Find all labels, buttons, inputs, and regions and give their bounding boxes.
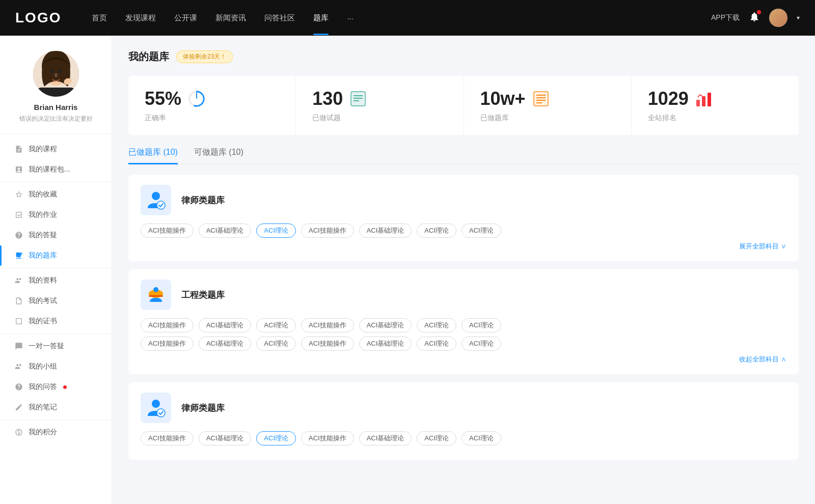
eng-tag-r2-1[interactable]: ACI基础理论 bbox=[199, 337, 252, 351]
expand-btn-lawyer-1[interactable]: 展开全部科目 ∨ bbox=[141, 242, 786, 251]
sidebar: Brian Harris 错误的决定比没有决定要好 我的课程 我的课程包... bbox=[0, 36, 112, 504]
tag-2[interactable]: ACI理论 bbox=[256, 223, 296, 238]
tag-0[interactable]: ACI技能操作 bbox=[141, 223, 194, 238]
points-icon bbox=[14, 428, 23, 437]
eng-tag-r1-0[interactable]: ACI技能操作 bbox=[141, 318, 194, 332]
profile-icon bbox=[14, 276, 23, 285]
my-qa-icon bbox=[14, 231, 23, 240]
nav-more[interactable]: ··· bbox=[347, 14, 354, 22]
bank-title-engineer: 工程类题库 bbox=[181, 289, 225, 301]
eng-tag-r2-0[interactable]: ACI技能操作 bbox=[141, 337, 194, 351]
sidebar-label-favorites: 我的收藏 bbox=[29, 190, 57, 199]
sidebar-label-qbank: 我的题库 bbox=[29, 251, 57, 260]
svg-point-30 bbox=[152, 400, 160, 408]
sidebar-item-qbank[interactable]: 我的题库 bbox=[0, 245, 112, 266]
collapse-btn-engineer[interactable]: 收起全部科目 ∧ bbox=[141, 355, 786, 364]
tab-available[interactable]: 可做题库 (10) bbox=[194, 147, 243, 164]
sidebar-item-group[interactable]: 我的小组 bbox=[0, 356, 112, 377]
sidebar-item-profile[interactable]: 我的资料 bbox=[0, 270, 112, 291]
bank-header-lawyer-2: 律师类题库 bbox=[141, 393, 786, 423]
eng-tag-r1-3[interactable]: ACI技能操作 bbox=[301, 318, 354, 332]
stat-rank-label: 全站排名 bbox=[648, 114, 782, 123]
qbank-icon bbox=[14, 251, 23, 260]
sidebar-item-points[interactable]: 我的积分 bbox=[0, 422, 112, 442]
app-download-link[interactable]: APP下载 bbox=[711, 13, 740, 22]
law2-tag-3[interactable]: ACI技能操作 bbox=[301, 431, 354, 445]
eng-tag-r2-6[interactable]: ACI理论 bbox=[461, 337, 501, 351]
stat-banks-value: 10w+ bbox=[480, 88, 526, 109]
sidebar-item-questions[interactable]: 我的问答 bbox=[0, 377, 112, 397]
nav-discover[interactable]: 发现课程 bbox=[125, 13, 156, 23]
trial-badge: 体验剩余23天！ bbox=[176, 50, 233, 63]
bank-section-lawyer-2: 律师类题库 ACI技能操作 ACI基础理论 ACI理论 ACI技能操作 ACI基… bbox=[128, 382, 799, 460]
nav-qa[interactable]: 问答社区 bbox=[264, 13, 295, 23]
sidebar-label-profile: 我的资料 bbox=[29, 276, 57, 285]
svg-point-25 bbox=[157, 201, 165, 209]
sidebar-item-course-packs[interactable]: 我的课程包... bbox=[0, 159, 112, 180]
eng-tag-r1-2[interactable]: ACI理论 bbox=[256, 318, 296, 332]
nav-open-course[interactable]: 公开课 bbox=[174, 13, 197, 23]
law2-tag-5[interactable]: ACI理论 bbox=[417, 431, 456, 445]
sidebar-label-certs: 我的证书 bbox=[29, 317, 57, 326]
tags-row-lawyer-2: ACI技能操作 ACI基础理论 ACI理论 ACI技能操作 ACI基础理论 AC… bbox=[141, 431, 786, 445]
logo[interactable]: LOGO bbox=[15, 10, 61, 26]
nav-news[interactable]: 新闻资讯 bbox=[215, 13, 246, 23]
tag-5[interactable]: ACI理论 bbox=[417, 223, 456, 238]
law2-tag-1[interactable]: ACI基础理论 bbox=[199, 431, 252, 445]
notification-bell[interactable] bbox=[749, 11, 760, 24]
eng-tag-r1-5[interactable]: ACI理论 bbox=[417, 318, 456, 332]
law2-tag-0[interactable]: ACI技能操作 bbox=[141, 431, 194, 445]
law2-tag-6[interactable]: ACI理论 bbox=[461, 431, 501, 445]
bank-header-engineer: 工程类题库 bbox=[141, 279, 786, 310]
eng-tag-r2-2[interactable]: ACI理论 bbox=[256, 337, 296, 351]
banks-done-icon bbox=[532, 90, 550, 108]
bank-header-lawyer-1: 律师类题库 bbox=[141, 185, 786, 215]
eng-tag-r2-5[interactable]: ACI理论 bbox=[417, 337, 456, 351]
user-avatar[interactable] bbox=[769, 9, 787, 27]
tags-row-engineer-1: ACI技能操作 ACI基础理论 ACI理论 ACI技能操作 ACI基础理论 AC… bbox=[141, 318, 786, 332]
eng-tag-r1-1[interactable]: ACI基础理论 bbox=[199, 318, 252, 332]
engineer-bank-icon bbox=[141, 279, 171, 310]
svg-point-29 bbox=[153, 287, 158, 292]
nav-right: APP下载 ▾ bbox=[711, 9, 800, 27]
tag-1[interactable]: ACI基础理论 bbox=[199, 223, 252, 238]
sidebar-item-my-qa[interactable]: 我的答疑 bbox=[0, 225, 112, 245]
sidebar-item-certs[interactable]: 我的证书 bbox=[0, 311, 112, 331]
sidebar-item-my-courses[interactable]: 我的课程 bbox=[0, 139, 112, 159]
law2-tag-2[interactable]: ACI理论 bbox=[256, 431, 296, 445]
svg-point-31 bbox=[157, 409, 165, 417]
eng-tag-r1-6[interactable]: ACI理论 bbox=[461, 318, 501, 332]
tab-done[interactable]: 已做题库 (10) bbox=[128, 147, 178, 164]
sidebar-menu: 我的课程 我的课程包... 我的收藏 我的作业 bbox=[0, 134, 112, 447]
sidebar-label-my-courses: 我的课程 bbox=[29, 145, 57, 154]
bank-section-engineer: 工程类题库 ACI技能操作 ACI基础理论 ACI理论 ACI技能操作 ACI基… bbox=[128, 269, 799, 374]
questions-icon bbox=[14, 382, 23, 391]
sidebar-label-exams: 我的考试 bbox=[29, 296, 57, 305]
nav-qbank[interactable]: 题库 bbox=[313, 13, 329, 23]
stat-accuracy-label: 正确率 bbox=[145, 114, 279, 123]
tag-4[interactable]: ACI基础理论 bbox=[359, 223, 412, 238]
tags-row-lawyer-1: ACI技能操作 ACI基础理论 ACI理论 ACI技能操作 ACI基础理论 AC… bbox=[141, 223, 786, 238]
sidebar-label-questions: 我的问答 bbox=[29, 382, 57, 391]
sidebar-item-notes[interactable]: 我的笔记 bbox=[0, 397, 112, 417]
law2-tag-4[interactable]: ACI基础理论 bbox=[359, 431, 412, 445]
sidebar-item-favorites[interactable]: 我的收藏 bbox=[0, 184, 112, 205]
tag-3[interactable]: ACI技能操作 bbox=[301, 223, 354, 238]
divider-2 bbox=[0, 268, 112, 268]
svg-rect-22 bbox=[702, 96, 705, 106]
tag-6[interactable]: ACI理论 bbox=[461, 223, 501, 238]
sidebar-label-notes: 我的笔记 bbox=[29, 403, 57, 412]
sidebar-item-homework[interactable]: 我的作业 bbox=[0, 205, 112, 225]
sidebar-item-one-on-one[interactable]: 一对一答疑 bbox=[0, 336, 112, 356]
eng-tag-r2-3[interactable]: ACI技能操作 bbox=[301, 337, 354, 351]
user-menu-chevron[interactable]: ▾ bbox=[797, 14, 800, 21]
avatar[interactable] bbox=[33, 51, 79, 97]
nav-home[interactable]: 首页 bbox=[92, 13, 107, 23]
lawyer-bank-icon-1 bbox=[141, 185, 171, 215]
svg-rect-23 bbox=[708, 93, 711, 106]
page-title-row: 我的题库 体验剩余23天！ bbox=[128, 50, 799, 64]
eng-tag-r2-4[interactable]: ACI基础理论 bbox=[359, 337, 412, 351]
sidebar-item-exams[interactable]: 我的考试 bbox=[0, 291, 112, 311]
lawyer-bank-icon-2 bbox=[141, 393, 171, 423]
eng-tag-r1-4[interactable]: ACI基础理论 bbox=[359, 318, 412, 332]
